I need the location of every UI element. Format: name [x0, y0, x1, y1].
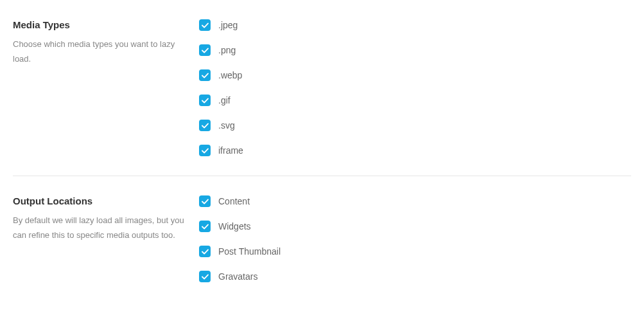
- output-locations-title: Output Locations: [13, 195, 186, 206]
- checkbox-svg[interactable]: [199, 120, 211, 131]
- checkbox-label-gif: .gif: [218, 95, 231, 105]
- output-locations-options: Content Widgets Post Thumbnail Gravatars: [199, 195, 631, 282]
- checkbox-label-content: Content: [218, 196, 250, 206]
- checkbox-jpeg[interactable]: [199, 19, 211, 31]
- checkbox-webp[interactable]: [199, 69, 211, 81]
- checkbox-label-png: .png: [218, 45, 236, 55]
- checkbox-label-widgets: Widgets: [218, 221, 251, 231]
- check-icon: [202, 274, 209, 280]
- check-icon: [202, 249, 209, 255]
- checkbox-row-svg: .svg: [199, 120, 631, 131]
- check-icon: [202, 199, 209, 204]
- checkbox-row-gravatars: Gravatars: [199, 271, 631, 282]
- checkbox-label-svg: .svg: [218, 120, 235, 131]
- media-types-description: Choose which media types you want to laz…: [13, 37, 186, 67]
- check-icon: [202, 98, 209, 104]
- output-locations-header: Output Locations By default we will lazy…: [13, 195, 199, 282]
- check-icon: [202, 148, 209, 154]
- checkbox-row-content: Content: [199, 195, 631, 207]
- checkbox-gif[interactable]: [199, 95, 211, 106]
- checkbox-iframe[interactable]: [199, 145, 211, 156]
- checkbox-row-iframe: iframe: [199, 145, 631, 156]
- checkbox-content[interactable]: [199, 195, 211, 207]
- media-types-header: Media Types Choose which media types you…: [13, 19, 199, 156]
- check-icon: [202, 73, 209, 78]
- media-types-options: .jpeg .png .webp .gif .svg: [199, 19, 631, 156]
- checkbox-row-webp: .webp: [199, 69, 631, 81]
- checkbox-row-post-thumbnail: Post Thumbnail: [199, 246, 631, 257]
- checkbox-label-iframe: iframe: [218, 145, 243, 156]
- checkbox-label-webp: .webp: [218, 70, 242, 80]
- checkbox-row-widgets: Widgets: [199, 221, 631, 232]
- check-icon: [202, 48, 209, 53]
- checkbox-row-png: .png: [199, 44, 631, 56]
- checkbox-widgets[interactable]: [199, 221, 211, 232]
- checkbox-label-post-thumbnail: Post Thumbnail: [218, 246, 281, 257]
- checkbox-png[interactable]: [199, 44, 211, 56]
- checkbox-gravatars[interactable]: [199, 271, 211, 282]
- checkbox-row-gif: .gif: [199, 95, 631, 106]
- checkbox-post-thumbnail[interactable]: [199, 246, 211, 257]
- section-divider: [13, 176, 631, 176]
- media-types-title: Media Types: [13, 19, 186, 30]
- media-types-section: Media Types Choose which media types you…: [13, 19, 631, 156]
- checkbox-label-jpeg: .jpeg: [218, 20, 238, 30]
- output-locations-description: By default we will lazy load all images,…: [13, 213, 186, 243]
- check-icon: [202, 224, 209, 230]
- check-icon: [202, 23, 209, 28]
- checkbox-row-jpeg: .jpeg: [199, 19, 631, 31]
- output-locations-section: Output Locations By default we will lazy…: [13, 195, 631, 282]
- checkbox-label-gravatars: Gravatars: [218, 271, 257, 282]
- check-icon: [202, 123, 209, 129]
